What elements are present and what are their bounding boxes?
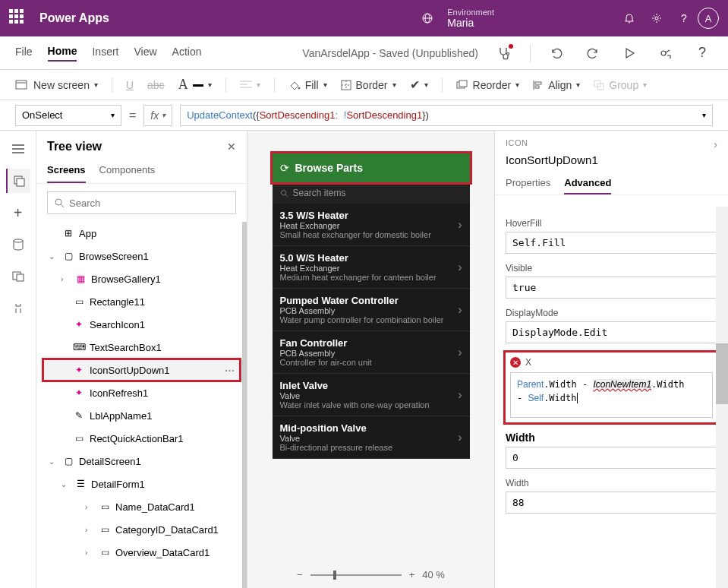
svg-rect-17	[459, 81, 467, 87]
width-input[interactable]: 88	[506, 492, 717, 514]
displaymode-label: DisplayMode	[506, 308, 717, 318]
tree-view-icon[interactable]	[6, 169, 30, 193]
list-item[interactable]: Inlet ValveValveWater inlet valve with o…	[273, 374, 470, 416]
svg-marker-5	[626, 49, 634, 58]
help-icon[interactable]: ?	[670, 5, 698, 32]
tree-detailform[interactable]: ⌄☰DetailForm1	[43, 473, 241, 495]
tree-searchicon[interactable]: ✦SearchIcon1	[43, 313, 241, 336]
formula-input[interactable]: UpdateContext({SortDescending1: !SortDes…	[180, 105, 713, 126]
undo-icon[interactable]	[546, 43, 567, 64]
border-label: Border	[356, 79, 388, 91]
tree-iconsort[interactable]: ✦IconSortUpDown1⋯	[43, 359, 241, 381]
app-preview[interactable]: ⟳ Browse Parts Search items 3.5 W/S Heat…	[273, 153, 470, 459]
play-icon[interactable]	[619, 43, 640, 64]
x-field-error: ✕ X Parent.Width - IconNewItem1.Width- S…	[506, 352, 717, 422]
tab-file[interactable]: File	[15, 46, 33, 61]
tab-insert[interactable]: Insert	[92, 46, 118, 61]
tree-lblappname[interactable]: ✎LblAppName1	[43, 404, 241, 427]
displaymode-input[interactable]: DisplayMode.Edit	[506, 321, 717, 343]
hoverfill-input[interactable]: Self.Fill	[506, 232, 717, 254]
tree-iconrefresh[interactable]: ✦IconRefresh1	[43, 381, 241, 404]
app-checker-icon[interactable]	[493, 43, 515, 64]
tab-advanced[interactable]: Advanced	[564, 172, 611, 194]
tab-home[interactable]: Home	[48, 45, 77, 62]
group-label: Group	[609, 79, 638, 91]
visible-input[interactable]: true	[506, 277, 717, 299]
svg-point-3	[655, 17, 658, 20]
environment-icon[interactable]	[414, 5, 441, 32]
tree-search-input[interactable]	[69, 198, 229, 209]
tree-overcard[interactable]: ›▭Overview_DataCard1	[43, 541, 241, 564]
props-type: ICON	[506, 138, 528, 150]
list-item[interactable]: Fan ControllerPCB AssemblyController for…	[273, 331, 470, 374]
insert-icon[interactable]: +	[6, 201, 30, 225]
group-button: Group▾	[594, 79, 647, 91]
x-input[interactable]: Parent.Width - IconNewItem1.Width- Self.…	[510, 372, 713, 418]
preview-search[interactable]: Search items	[273, 182, 470, 204]
chevron-right-icon: ›	[458, 346, 462, 359]
redo-icon[interactable]	[582, 43, 604, 64]
width-zero-input[interactable]: 0	[506, 447, 717, 469]
fill-button[interactable]: Fill▾	[288, 79, 327, 91]
zoom-in[interactable]: +	[409, 569, 415, 580]
zoom-slider[interactable]	[310, 574, 402, 576]
tab-properties[interactable]: Properties	[506, 172, 550, 194]
more-icon[interactable]: ⋯	[225, 365, 236, 376]
tree-rect11[interactable]: ▭Rectangle11	[43, 290, 241, 313]
env-label: Environment	[447, 8, 494, 17]
formula-fn: UpdateContext	[187, 109, 253, 121]
env-name: Maria	[447, 17, 494, 29]
fx-button[interactable]: fx▾	[143, 105, 172, 126]
list-item[interactable]: 3.5 W/S HeaterHeat ExchangerSmall heat e…	[273, 204, 470, 246]
scrollbar[interactable]	[716, 207, 728, 588]
tools-icon[interactable]	[6, 296, 30, 321]
refresh-icon[interactable]: ⟳	[280, 162, 289, 174]
preview-title: Browse Parts	[295, 162, 363, 174]
svg-point-31	[55, 199, 61, 205]
svg-rect-20	[535, 86, 539, 88]
list-item[interactable]: Pumped Water ControllerPCB AssemblyWater…	[273, 289, 470, 331]
svg-point-12	[298, 87, 300, 89]
tree-app[interactable]: ⊞App	[43, 222, 241, 245]
help-icon-2[interactable]: ?	[692, 43, 713, 64]
width-header: Width	[506, 432, 717, 444]
align-button[interactable]: Align▾	[533, 79, 580, 91]
tree-catcard[interactable]: ›▭CategoryID_DataCard1	[43, 518, 241, 541]
close-icon[interactable]: ✕	[227, 141, 236, 153]
app-launcher-icon[interactable]	[9, 9, 27, 27]
avatar[interactable]: A	[698, 8, 719, 29]
width-label: Width	[506, 478, 717, 488]
format-icon[interactable]: ✔▾	[410, 77, 428, 92]
tree-rectqab[interactable]: ▭RectQuickActionBar1	[43, 427, 241, 450]
notification-icon[interactable]	[616, 5, 643, 32]
tree-search[interactable]	[47, 191, 236, 214]
border-button[interactable]: Border▾	[341, 79, 396, 91]
reorder-label: Reorder	[473, 79, 512, 91]
media-icon[interactable]	[6, 264, 30, 289]
tab-action[interactable]: Action	[172, 46, 202, 61]
list-item[interactable]: Mid-position ValveValveBi-directional pr…	[273, 416, 470, 459]
tree-textsearch[interactable]: ⌨TextSearchBox1	[43, 336, 241, 359]
new-screen-button[interactable]: New screen▾	[15, 79, 98, 91]
visible-label: Visible	[506, 263, 717, 273]
tree-browsescreen[interactable]: ⌄▢BrowseScreen1	[43, 245, 241, 267]
tab-view[interactable]: View	[134, 46, 156, 61]
expand-icon[interactable]: ›	[714, 138, 717, 150]
tab-screens[interactable]: Screens	[47, 158, 86, 183]
property-selector[interactable]: OnSelect▾	[15, 105, 121, 126]
tab-components[interactable]: Components	[99, 158, 156, 183]
hamburger-icon[interactable]	[6, 137, 30, 161]
tree-detailscreen[interactable]: ⌄▢DetailScreen1	[43, 450, 241, 473]
tree-namecard[interactable]: ›▭Name_DataCard1	[43, 495, 241, 518]
reorder-button[interactable]: Reorder▾	[456, 79, 520, 91]
share-icon[interactable]	[655, 43, 676, 64]
error-icon: ✕	[510, 357, 521, 368]
zoom-out[interactable]: −	[297, 569, 303, 580]
preview-header[interactable]: ⟳ Browse Parts	[273, 153, 470, 182]
list-item[interactable]: 5.0 W/S HeaterHeat ExchangerMedium heat …	[273, 246, 470, 289]
data-icon[interactable]	[6, 232, 30, 257]
tree-browsegallery[interactable]: ›▦BrowseGallery1	[43, 267, 241, 290]
font-color-icon[interactable]: A▾	[178, 77, 212, 93]
property-selector-value: OnSelect	[22, 109, 62, 121]
settings-icon[interactable]	[643, 5, 670, 32]
